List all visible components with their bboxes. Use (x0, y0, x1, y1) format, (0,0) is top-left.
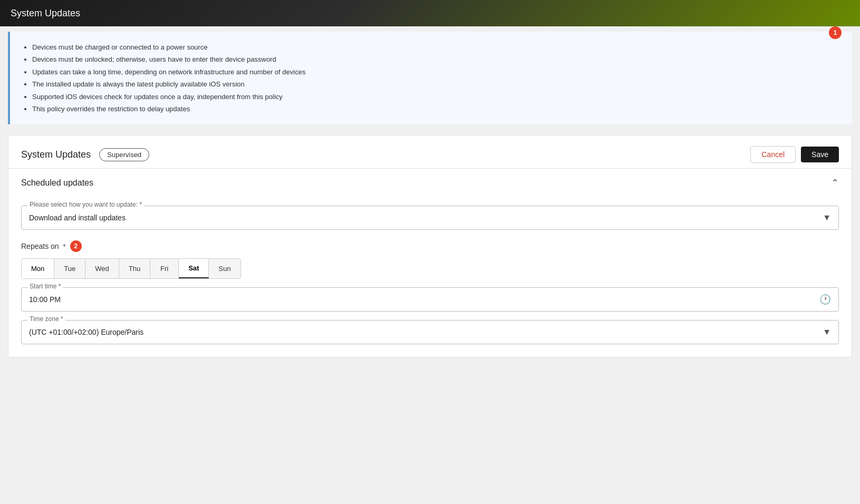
update-type-select-wrapper: Download and install updates ▼ (21, 206, 839, 230)
info-item-1: Devices must be charged or connected to … (32, 41, 839, 53)
timezone-select-wrapper: (UTC +01:00/+02:00) Europe/Paris ▼ (21, 320, 839, 344)
day-sat[interactable]: Sat (179, 259, 209, 278)
app-header: System Updates (0, 0, 860, 26)
day-thu[interactable]: Thu (119, 259, 150, 278)
timezone-label: Time zone * (27, 315, 65, 323)
day-tue[interactable]: Tue (54, 259, 85, 278)
start-time-wrapper: 🕐 (21, 287, 839, 312)
section-header[interactable]: Scheduled updates ⌃ (21, 169, 839, 197)
info-item-5: Supported iOS devices check for updates … (32, 91, 839, 103)
info-list: Devices must be charged or connected to … (23, 41, 839, 115)
info-badge: 1 (829, 26, 842, 39)
update-type-select[interactable]: Download and install updates (22, 206, 838, 229)
chevron-up-icon: ⌃ (831, 177, 839, 189)
repeats-on-row: Repeats on * 2 (21, 240, 839, 252)
day-mon[interactable]: Mon (22, 259, 54, 278)
card-header: System Updates Supervised Cancel Save (8, 135, 852, 169)
scheduled-updates-section: Scheduled updates ⌃ Please select how yo… (8, 169, 852, 357)
repeats-badge: 2 (70, 240, 82, 252)
main-card: System Updates Supervised Cancel Save Sc… (8, 135, 852, 357)
timezone-select[interactable]: (UTC +01:00/+02:00) Europe/Paris (22, 321, 838, 344)
timezone-group: Time zone * (UTC +01:00/+02:00) Europe/P… (21, 320, 839, 344)
start-time-label: Start time * (27, 283, 63, 290)
app-title: System Updates (11, 8, 80, 19)
supervised-badge: Supervised (99, 148, 149, 161)
info-item-2: Devices must be unlocked; otherwise, use… (32, 53, 839, 65)
save-button[interactable]: Save (801, 147, 839, 162)
info-item-4: The installed update is always the lates… (32, 78, 839, 90)
start-time-group: Start time * 🕐 (21, 287, 839, 312)
repeats-asterisk: * (63, 243, 66, 250)
day-wed[interactable]: Wed (85, 259, 119, 278)
day-sun[interactable]: Sun (209, 259, 240, 278)
day-fri[interactable]: Fri (150, 259, 179, 278)
info-item-6: This policy overrides the restriction to… (32, 103, 839, 115)
day-buttons-group: Mon Tue Wed Thu Fri Sat Sun (21, 258, 241, 279)
update-type-group: Please select how you want to update: * … (21, 206, 839, 230)
start-time-input[interactable] (22, 288, 838, 311)
update-type-label: Please select how you want to update: * (27, 201, 144, 208)
cancel-button[interactable]: Cancel (750, 146, 796, 163)
section-title: Scheduled updates (21, 178, 93, 188)
info-item-3: Updates can take a long time, depending … (32, 66, 839, 78)
card-header-actions: Cancel Save (750, 146, 839, 163)
repeats-label: Repeats on (21, 242, 59, 250)
info-banner: 1 Devices must be charged or connected t… (8, 32, 852, 124)
card-title: System Updates (21, 149, 91, 160)
